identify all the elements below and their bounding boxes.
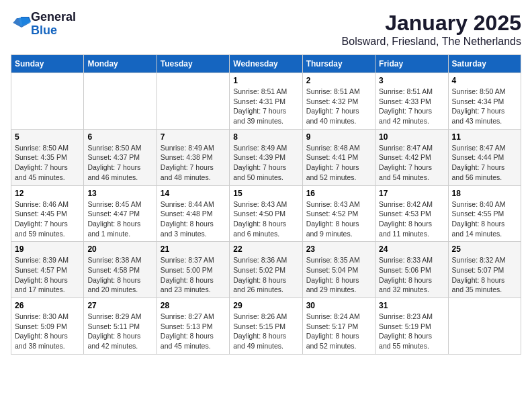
calendar-cell: 3Sunrise: 8:51 AM Sunset: 4:33 PM Daylig… [375,73,448,130]
day-info: Sunrise: 8:24 AM Sunset: 5:17 PM Dayligh… [306,312,371,351]
day-info: Sunrise: 8:51 AM Sunset: 4:32 PM Dayligh… [306,87,371,126]
day-info: Sunrise: 8:30 AM Sunset: 5:09 PM Dayligh… [15,312,80,351]
day-info: Sunrise: 8:42 AM Sunset: 4:53 PM Dayligh… [379,199,444,239]
calendar-cell: 13Sunrise: 8:45 AM Sunset: 4:47 PM Dayli… [84,185,157,242]
weekday-header-saturday: Saturday [448,55,521,73]
calendar-cell: 7Sunrise: 8:49 AM Sunset: 4:38 PM Daylig… [157,129,229,185]
day-number: 23 [306,244,371,254]
calendar-cell: 22Sunrise: 8:36 AM Sunset: 5:02 PM Dayli… [230,242,302,298]
day-number: 16 [306,189,371,198]
day-info: Sunrise: 8:47 AM Sunset: 4:42 PM Dayligh… [379,143,444,183]
calendar-cell: 29Sunrise: 8:26 AM Sunset: 5:15 PM Dayli… [230,298,302,355]
day-info: Sunrise: 8:51 AM Sunset: 4:31 PM Dayligh… [233,87,298,126]
day-number: 2 [306,76,371,85]
day-info: Sunrise: 8:38 AM Sunset: 4:58 PM Dayligh… [87,255,152,295]
calendar-week-row: 12Sunrise: 8:46 AM Sunset: 4:45 PM Dayli… [11,185,521,242]
day-info: Sunrise: 8:43 AM Sunset: 4:52 PM Dayligh… [306,199,371,239]
day-info: Sunrise: 8:37 AM Sunset: 5:00 PM Dayligh… [161,255,226,295]
logo-general-text: General [31,10,76,24]
calendar-table: SundayMondayTuesdayWednesdayThursdayFrid… [11,54,521,355]
calendar-cell: 16Sunrise: 8:43 AM Sunset: 4:52 PM Dayli… [302,185,375,242]
day-info: Sunrise: 8:44 AM Sunset: 4:48 PM Dayligh… [161,199,226,239]
calendar-cell: 24Sunrise: 8:33 AM Sunset: 5:06 PM Dayli… [375,242,448,298]
day-info: Sunrise: 8:49 AM Sunset: 4:38 PM Dayligh… [161,143,226,183]
calendar-cell: 10Sunrise: 8:47 AM Sunset: 4:42 PM Dayli… [375,129,448,185]
day-number: 19 [15,244,80,254]
day-number: 13 [87,189,152,198]
day-info: Sunrise: 8:40 AM Sunset: 4:55 PM Dayligh… [452,199,517,239]
day-number: 7 [161,132,226,142]
day-number: 3 [379,76,444,85]
logo-icon [12,13,31,32]
calendar-week-row: 19Sunrise: 8:39 AM Sunset: 4:57 PM Dayli… [11,242,521,298]
day-number: 1 [233,76,298,85]
day-number: 31 [379,301,444,310]
weekday-header-sunday: Sunday [11,55,84,73]
day-number: 15 [233,189,298,198]
day-number: 30 [306,301,371,310]
calendar-cell: 14Sunrise: 8:44 AM Sunset: 4:48 PM Dayli… [157,185,229,242]
logo-blue-text: Blue [31,24,57,37]
day-number: 22 [233,244,298,254]
calendar-week-row: 1Sunrise: 8:51 AM Sunset: 4:31 PM Daylig… [11,73,521,130]
day-info: Sunrise: 8:26 AM Sunset: 5:15 PM Dayligh… [233,312,298,351]
day-number: 9 [306,132,371,142]
day-number: 5 [15,132,80,142]
month-title: January 2025 [342,11,521,36]
calendar-cell: 27Sunrise: 8:29 AM Sunset: 5:11 PM Dayli… [84,298,157,355]
day-info: Sunrise: 8:51 AM Sunset: 4:33 PM Dayligh… [379,87,444,126]
day-info: Sunrise: 8:35 AM Sunset: 5:04 PM Dayligh… [306,255,371,295]
calendar-header-row: SundayMondayTuesdayWednesdayThursdayFrid… [11,55,521,73]
day-info: Sunrise: 8:50 AM Sunset: 4:35 PM Dayligh… [15,143,80,183]
day-number: 11 [452,132,517,142]
day-info: Sunrise: 8:47 AM Sunset: 4:44 PM Dayligh… [452,143,517,183]
calendar-week-row: 5Sunrise: 8:50 AM Sunset: 4:35 PM Daylig… [11,129,521,185]
calendar-cell: 17Sunrise: 8:42 AM Sunset: 4:53 PM Dayli… [375,185,448,242]
day-number: 6 [87,132,152,142]
calendar-cell: 15Sunrise: 8:43 AM Sunset: 4:50 PM Dayli… [230,185,302,242]
day-number: 18 [452,189,517,198]
calendar-cell: 31Sunrise: 8:23 AM Sunset: 5:19 PM Dayli… [375,298,448,355]
weekday-header-monday: Monday [84,55,157,73]
day-number: 4 [452,76,517,85]
day-number: 12 [15,189,80,198]
day-info: Sunrise: 8:39 AM Sunset: 4:57 PM Dayligh… [15,255,80,295]
calendar-cell: 8Sunrise: 8:49 AM Sunset: 4:39 PM Daylig… [230,129,302,185]
day-info: Sunrise: 8:33 AM Sunset: 5:06 PM Dayligh… [379,255,444,295]
calendar-cell [448,298,521,355]
day-number: 24 [379,244,444,254]
weekday-header-tuesday: Tuesday [157,55,229,73]
calendar-cell: 5Sunrise: 8:50 AM Sunset: 4:35 PM Daylig… [11,129,84,185]
calendar-cell: 6Sunrise: 8:50 AM Sunset: 4:37 PM Daylig… [84,129,157,185]
weekday-header-wednesday: Wednesday [230,55,302,73]
day-number: 29 [233,301,298,310]
day-info: Sunrise: 8:23 AM Sunset: 5:19 PM Dayligh… [379,312,444,351]
day-info: Sunrise: 8:50 AM Sunset: 4:37 PM Dayligh… [87,143,152,183]
day-number: 27 [87,301,152,310]
calendar-cell: 25Sunrise: 8:32 AM Sunset: 5:07 PM Dayli… [448,242,521,298]
calendar-cell: 23Sunrise: 8:35 AM Sunset: 5:04 PM Dayli… [302,242,375,298]
day-info: Sunrise: 8:29 AM Sunset: 5:11 PM Dayligh… [87,312,152,351]
calendar-cell: 1Sunrise: 8:51 AM Sunset: 4:31 PM Daylig… [230,73,302,130]
day-number: 20 [87,244,152,254]
weekday-header-thursday: Thursday [302,55,375,73]
calendar-cell: 28Sunrise: 8:27 AM Sunset: 5:13 PM Dayli… [157,298,229,355]
day-number: 10 [379,132,444,142]
day-info: Sunrise: 8:48 AM Sunset: 4:41 PM Dayligh… [306,143,371,183]
calendar-week-row: 26Sunrise: 8:30 AM Sunset: 5:09 PM Dayli… [11,298,521,355]
calendar-cell: 11Sunrise: 8:47 AM Sunset: 4:44 PM Dayli… [448,129,521,185]
page-header: General Blue January 2025 Bolsward, Frie… [11,11,521,48]
day-info: Sunrise: 8:36 AM Sunset: 5:02 PM Dayligh… [233,255,298,295]
calendar-cell: 30Sunrise: 8:24 AM Sunset: 5:17 PM Dayli… [302,298,375,355]
day-number: 25 [452,244,517,254]
day-info: Sunrise: 8:43 AM Sunset: 4:50 PM Dayligh… [233,199,298,239]
day-number: 26 [15,301,80,310]
calendar-cell: 9Sunrise: 8:48 AM Sunset: 4:41 PM Daylig… [302,129,375,185]
calendar-cell: 26Sunrise: 8:30 AM Sunset: 5:09 PM Dayli… [11,298,84,355]
calendar-cell: 12Sunrise: 8:46 AM Sunset: 4:45 PM Dayli… [11,185,84,242]
calendar-cell [157,73,229,130]
day-info: Sunrise: 8:49 AM Sunset: 4:39 PM Dayligh… [233,143,298,183]
day-info: Sunrise: 8:46 AM Sunset: 4:45 PM Dayligh… [15,199,80,239]
day-number: 14 [161,189,226,198]
calendar-cell: 4Sunrise: 8:50 AM Sunset: 4:34 PM Daylig… [448,73,521,130]
